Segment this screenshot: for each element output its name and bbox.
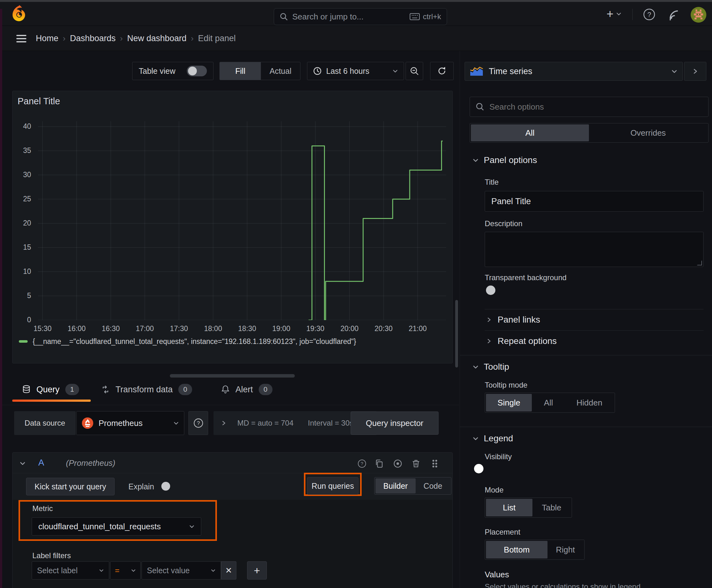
select-value-placeholder: Select value (147, 566, 190, 575)
visualization-picker[interactable]: Time series (465, 62, 683, 81)
prometheus-icon (82, 417, 93, 429)
tooltip-section-header[interactable]: Tooltip (473, 362, 509, 372)
tooltip-heading: Tooltip (484, 362, 509, 372)
query-ref-id: A (38, 458, 44, 468)
panel-options-section-header[interactable]: Panel options (473, 155, 537, 165)
fill-option[interactable]: Fill (220, 62, 261, 80)
window-left-strip (0, 9, 2, 588)
active-tab-indicator (12, 400, 91, 402)
zoom-out-button[interactable] (406, 62, 423, 80)
y-axis-label: 5 (27, 292, 31, 300)
bell-icon (221, 385, 230, 394)
tooltip-mode-all[interactable]: All (532, 394, 565, 412)
datasource-help-button[interactable]: ? (188, 411, 208, 435)
chevron-down-icon (473, 364, 479, 370)
tooltip-mode-hidden[interactable]: Hidden (565, 394, 614, 412)
new-menu-button[interactable]: + (606, 7, 622, 20)
legend-mode-list[interactable]: List (486, 499, 533, 517)
select-label-dropdown[interactable]: Select label (32, 561, 109, 580)
tooltip-mode-segmented: Single All Hidden (485, 393, 615, 413)
help-icon: ? (193, 418, 204, 428)
tab-transform[interactable]: Transform data 0 (101, 384, 192, 395)
operator-dropdown[interactable]: = (110, 561, 141, 580)
refresh-button[interactable] (430, 62, 454, 80)
options-search-input[interactable] (490, 102, 703, 112)
global-search[interactable]: ctrl+k (274, 8, 447, 25)
options-search[interactable] (470, 97, 709, 117)
search-input[interactable] (292, 12, 405, 22)
y-axis-label: 0 (27, 316, 31, 324)
menu-toggle[interactable] (16, 35, 26, 42)
duplicate-icon[interactable] (374, 459, 384, 468)
plus-icon: + (606, 7, 613, 20)
table-view-toggle[interactable]: Table view (132, 62, 214, 80)
description-label: Description (485, 219, 522, 228)
y-axis-label: 10 (23, 267, 31, 276)
visibility-label: Visibility (485, 452, 512, 461)
y-axis-label: 15 (23, 243, 31, 252)
builder-option[interactable]: Builder (375, 478, 416, 493)
delete-query-icon[interactable] (411, 459, 421, 468)
pane-resize-handle[interactable] (170, 374, 295, 378)
select-value-dropdown[interactable]: Select value (142, 561, 221, 580)
code-option[interactable]: Code (416, 478, 450, 493)
legend-values-label: Values (485, 570, 509, 580)
add-filter-button[interactable]: + (247, 561, 267, 580)
description-textarea[interactable] (485, 232, 704, 267)
visualization-name: Time series (489, 67, 533, 76)
series-label[interactable]: {__name__="cloudflared_tunnel_total_requ… (33, 337, 356, 346)
time-series-plot[interactable] (38, 121, 446, 320)
section-divider (460, 426, 712, 427)
resize-handle-icon[interactable] (697, 260, 702, 266)
actual-option[interactable]: Actual (261, 62, 300, 80)
news-button[interactable] (668, 9, 680, 21)
section-divider (460, 355, 712, 356)
grafana-logo-icon[interactable] (11, 5, 27, 21)
remove-filter-button[interactable]: ✕ (221, 561, 236, 580)
user-avatar[interactable] (691, 7, 706, 23)
scrollbar-thumb[interactable] (455, 300, 458, 368)
fill-actual-segmented: Fill Actual (219, 62, 300, 80)
table-view-switch[interactable] (187, 66, 207, 76)
datasource-picker[interactable]: Prometheus (76, 411, 184, 435)
clock-icon (313, 67, 322, 76)
tab-query[interactable]: Query 1 (22, 384, 79, 395)
legend-placement-bottom[interactable]: Bottom (486, 541, 547, 559)
tab-transform-label: Transform data (115, 385, 173, 395)
help-button[interactable]: ? (643, 8, 655, 21)
y-axis: 0510152025303540 (13, 121, 31, 320)
tooltip-mode-single[interactable]: Single (486, 394, 532, 412)
help-icon[interactable]: ? (357, 459, 367, 468)
table-view-label: Table view (139, 67, 175, 76)
metric-select[interactable]: cloudflared_tunnel_total_requests (32, 517, 201, 536)
panel-title-input[interactable] (485, 191, 704, 212)
select-label-placeholder: Select label (37, 566, 78, 575)
breadcrumb-dashboards[interactable]: Dashboards (70, 34, 116, 43)
query-row-header[interactable]: A (Prometheus) ? (13, 453, 453, 474)
tab-overrides[interactable]: Overrides (589, 124, 707, 141)
tab-all[interactable]: All (471, 124, 589, 141)
chevron-down-icon[interactable] (19, 460, 26, 466)
chart-legend[interactable]: {__name__="cloudflared_tunnel_total_requ… (19, 337, 356, 346)
transform-icon (101, 385, 110, 394)
collapse-sidebar-button[interactable] (684, 62, 706, 81)
x-axis-label: 16:30 (97, 324, 125, 333)
topbar-divider (632, 9, 632, 20)
kick-start-query-button[interactable]: Kick start your query (26, 478, 114, 495)
tab-alert[interactable]: Alert 0 (221, 384, 273, 395)
repeat-options-section-header[interactable]: Repeat options (486, 335, 557, 348)
legend-section-header[interactable]: Legend (473, 434, 513, 443)
query-inspector-button[interactable]: Query inspector (351, 412, 438, 435)
legend-mode-table[interactable]: Table (533, 499, 571, 517)
chevron-right-icon[interactable] (221, 420, 226, 426)
y-axis-label: 40 (23, 122, 31, 131)
drag-handle-icon[interactable] (430, 459, 439, 468)
panel-options-sidebar: Time series All Overrides Panel options … (459, 51, 712, 588)
run-queries-button[interactable]: Run queries (307, 477, 359, 495)
disable-query-icon[interactable] (393, 459, 403, 468)
breadcrumb-home[interactable]: Home (36, 34, 58, 43)
panel-links-section-header[interactable]: Panel links (486, 313, 540, 326)
time-range-picker[interactable]: Last 6 hours (307, 62, 404, 80)
legend-placement-right[interactable]: Right (547, 541, 583, 559)
breadcrumb-new-dashboard[interactable]: New dashboard (127, 34, 187, 43)
